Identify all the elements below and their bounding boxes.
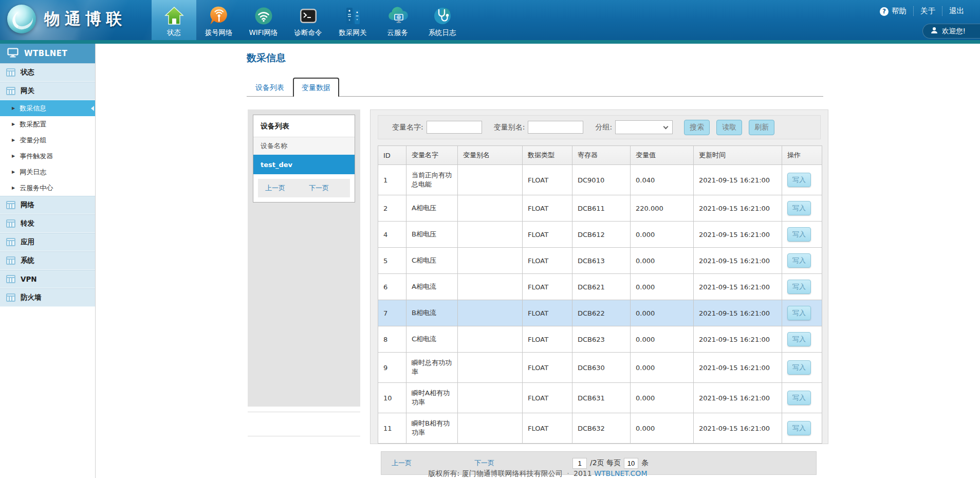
write-button[interactable]: 写入 [787, 421, 811, 435]
write-button[interactable]: 写入 [787, 227, 811, 242]
cell-variable-alias [458, 165, 523, 195]
sidebar: WTBLNET 状态网关▶数采信息▶数采配置▶变量分组▶事件触发器▶网关日志▶云… [0, 44, 96, 478]
sidebar-item-cloud-service-center[interactable]: ▶云服务中心 [0, 180, 95, 196]
sidebar-item-label: 数采配置 [20, 120, 46, 129]
cell-data-type: FLOAT [523, 383, 572, 413]
next-page-link[interactable]: 下一页 [474, 458, 494, 468]
search-bar: 变量名字: 变量别名: 分组: 搜索 读取 刷新 [378, 115, 821, 139]
caret-right-icon: ▶ [12, 106, 15, 111]
cell-variable-alias [458, 300, 523, 326]
sidebar-item-variable-group[interactable]: ▶变量分组 [0, 132, 95, 148]
grid-icon [6, 256, 15, 265]
refresh-button[interactable]: 刷新 [749, 120, 774, 135]
nav-label: 状态 [167, 28, 181, 38]
col-header-variable-alias: 变量别名 [458, 146, 523, 165]
prev-page-link[interactable]: 上一页 [392, 458, 412, 468]
cell-id: 9 [378, 353, 406, 383]
nav-item-dial-network[interactable]: 拨号网络 [196, 0, 241, 40]
gateway-icon [343, 5, 363, 27]
grid-icon [6, 238, 15, 246]
nav-item-cloud-service[interactable]: 云服务 [375, 0, 420, 40]
cell-data-type: FLOAT [523, 195, 572, 222]
tab-device-list[interactable]: 设备列表 [247, 79, 293, 96]
cell-variable-alias [458, 413, 523, 444]
device-prev-page-link[interactable]: 上一页 [265, 183, 285, 193]
cell-id: 2 [378, 195, 406, 222]
read-button[interactable]: 读取 [716, 120, 742, 135]
nav-item-status[interactable]: 状态 [152, 0, 196, 40]
sidebar-item-status[interactable]: 状态 [0, 63, 95, 82]
sidebar-item-data-collection-config[interactable]: ▶数采配置 [0, 116, 95, 132]
cloud-service-icon [386, 5, 409, 27]
variable-name-input[interactable] [427, 121, 482, 134]
page-number-input[interactable] [572, 458, 587, 469]
sidebar-item-vpn[interactable]: VPN [0, 270, 95, 288]
cell-id: 8 [378, 326, 406, 353]
write-button[interactable]: 写入 [787, 253, 811, 268]
header-accent-strip [0, 40, 980, 44]
group-select[interactable] [615, 120, 673, 134]
page-title: 数采信息 [247, 51, 286, 65]
cell-data-type: FLOAT [523, 353, 572, 383]
logout-link[interactable]: 退出 [942, 6, 971, 16]
grid-icon [6, 87, 15, 95]
sidebar-item-gateway-log[interactable]: ▶网关日志 [0, 164, 95, 180]
nav-item-wifi-network[interactable]: WIFI网络 [241, 0, 286, 40]
divider-line [248, 412, 360, 412]
help-link[interactable]: ?帮助 [873, 6, 913, 16]
device-item-test-dev[interactable]: test_dev [253, 155, 355, 174]
brand-logo-text: 物通博联 [44, 8, 126, 30]
write-button[interactable]: 写入 [787, 332, 811, 346]
main-nav: 状态 拨号网络 [152, 0, 465, 40]
help-label: 帮助 [892, 7, 907, 15]
welcome-button[interactable]: 欢迎您! [922, 24, 980, 39]
nav-item-data-gateway[interactable]: 数采网关 [330, 0, 375, 40]
tab-variable-data[interactable]: 变量数据 [293, 78, 339, 97]
cell-updated: 2021-09-15 16:21:00 [694, 383, 782, 413]
cell-updated: 2021-09-15 16:21:00 [694, 353, 782, 383]
nav-item-diagnostic-command[interactable]: 诊断命令 [286, 0, 330, 40]
cell-actions: 写入 [782, 165, 822, 195]
cell-register: DCB613 [572, 248, 631, 274]
table-row: 9瞬时总有功功率FLOATDCB6300.0002021-09-15 16:21… [378, 353, 822, 383]
cell-variable-alias [458, 383, 523, 413]
sidebar-item-system[interactable]: 系统 [0, 251, 95, 270]
sidebar-item-network[interactable]: 网络 [0, 196, 95, 214]
cell-data-type: FLOAT [523, 222, 572, 248]
device-next-page-link[interactable]: 下一页 [309, 183, 329, 193]
about-link[interactable]: 关于 [913, 6, 942, 16]
cell-data-type: FLOAT [523, 165, 572, 195]
write-button[interactable]: 写入 [787, 391, 811, 405]
cell-variable-alias [458, 353, 523, 383]
variable-alias-input[interactable] [528, 121, 583, 134]
page-size-input[interactable] [624, 458, 638, 469]
search-button[interactable]: 搜索 [684, 120, 710, 135]
brand-logo: 物通博联 [7, 5, 126, 33]
unit-label: 条 [641, 458, 649, 468]
write-button[interactable]: 写入 [787, 360, 811, 375]
nav-label: 数采网关 [339, 28, 367, 38]
sidebar-item-forwarding[interactable]: 转发 [0, 214, 95, 233]
cell-actions: 写入 [782, 248, 822, 274]
cell-value: 0.040 [631, 165, 694, 195]
sidebar-item-event-trigger[interactable]: ▶事件触发器 [0, 148, 95, 164]
table-row: 10瞬时A相有功功率FLOATDCB6310.0002021-09-15 16:… [378, 383, 822, 413]
nav-item-system-log[interactable]: 系统日志 [420, 0, 465, 40]
cell-data-type: FLOAT [523, 274, 572, 300]
write-button[interactable]: 写入 [787, 280, 811, 294]
cell-updated: 2021-09-15 16:21:00 [694, 222, 782, 248]
write-button[interactable]: 写入 [787, 306, 811, 320]
col-header-actions: 操作 [782, 146, 822, 165]
sidebar-item-data-collection-info[interactable]: ▶数采信息 [0, 100, 95, 116]
sidebar-item-gateway[interactable]: 网关 [0, 82, 95, 100]
write-button[interactable]: 写入 [787, 173, 811, 187]
cell-actions: 写入 [782, 383, 822, 413]
write-button[interactable]: 写入 [787, 201, 811, 215]
col-header-variable-name: 变量名字 [406, 146, 458, 165]
sidebar-item-application[interactable]: 应用 [0, 233, 95, 251]
site-link[interactable]: WTBLNET.COM [594, 469, 647, 477]
caret-right-icon: ▶ [12, 122, 15, 126]
top-links: ?帮助 关于 退出 [873, 6, 971, 16]
sidebar-item-firewall[interactable]: 防火墙 [0, 288, 95, 307]
page-size-group: /2页 每页 条 [572, 458, 649, 469]
